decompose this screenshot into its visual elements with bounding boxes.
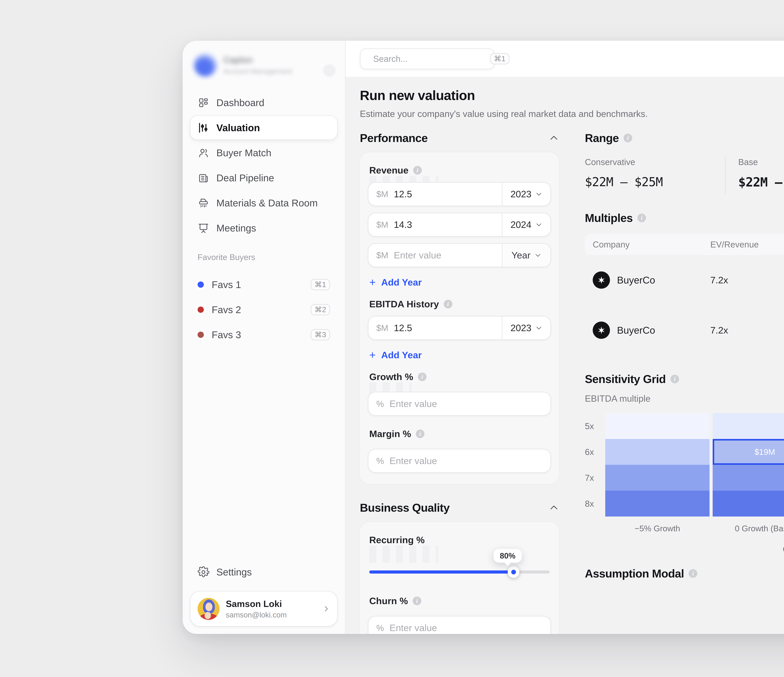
sidebar-item-valuation[interactable]: Valuation — [190, 116, 337, 140]
info-icon[interactable]: i — [418, 373, 426, 381]
heatmap-cell-5x-1[interactable] — [712, 413, 784, 439]
growth-label: Growth % — [369, 371, 413, 382]
heatmap-row-label: 8x — [585, 491, 605, 517]
info-icon[interactable]: i — [413, 596, 421, 605]
ebitda-row-2023: $M 2023 — [368, 316, 551, 340]
info-icon[interactable]: i — [413, 166, 422, 175]
margin-row: % — [368, 449, 551, 473]
dashboard-grid-icon — [198, 97, 209, 109]
churn-input[interactable] — [389, 623, 551, 633]
sidebar-item-meetings[interactable]: Meetings — [190, 216, 337, 240]
range-conservative: Conservative $22M – $25M — [585, 155, 725, 194]
company-name: Caplon — [224, 55, 292, 65]
heatmap-cell-8x-1[interactable] — [712, 491, 784, 517]
favorite-buyer-label: Favs 1 — [212, 279, 303, 290]
favs-1-dot-icon — [198, 281, 204, 288]
year-value: 2023 — [510, 189, 531, 199]
sidebar-item-label: Valuation — [216, 122, 260, 134]
user-profile-card[interactable]: Samson Loki samson@loki.com — [190, 592, 337, 626]
sensitivity-grid-section: Sensitivity Grid i EBITDA multiple 5x6x$… — [585, 373, 784, 554]
growth-input[interactable] — [389, 398, 551, 409]
inputs-column: Performance Revenue i $M — [360, 132, 559, 634]
company-logo — [194, 53, 217, 77]
revenue-2023-year-select[interactable]: 2023 — [502, 183, 551, 205]
info-icon[interactable]: i — [638, 214, 646, 222]
revenue-label-row: Revenue i — [369, 165, 549, 175]
year-value: Year — [512, 250, 530, 261]
revenue-2024-input[interactable] — [394, 219, 502, 230]
sidebar-item-buyer-match[interactable]: Buyer Match — [190, 141, 337, 165]
slider-knob[interactable]: 80% — [508, 566, 520, 578]
ebitda-add-year-button[interactable]: + Add Year — [369, 349, 549, 360]
sidebar-item-dashboard[interactable]: Dashboard — [190, 91, 337, 114]
buyerco-logo-icon — [593, 321, 610, 339]
performance-title: Performance — [360, 132, 428, 144]
page-title: Run new valuation — [360, 88, 648, 103]
results-column: Range i Conservative $22M – $25M Base $2… — [585, 132, 784, 634]
revenue-add-year-button[interactable]: + Add Year — [369, 277, 549, 288]
recurring-slider[interactable]: 80% — [369, 566, 549, 578]
revenue-2023-input[interactable] — [394, 189, 502, 199]
favs-1-shortcut: ⌘1 — [311, 279, 330, 290]
heatmap-cell-6x-0[interactable] — [605, 439, 709, 465]
sidebar-header: Caplon Account Management — [190, 52, 337, 86]
churn-row: % — [368, 616, 551, 634]
growth-row: % — [368, 391, 551, 416]
info-icon[interactable]: i — [416, 430, 425, 438]
revenue-new-input[interactable] — [394, 250, 502, 261]
chevron-right-icon — [322, 605, 330, 613]
heatmap-row-label: 7x — [585, 465, 605, 491]
selected-cell-value: $19M — [754, 447, 775, 457]
sidebar-item-materials-data-room[interactable]: Materials & Data Room — [190, 191, 337, 215]
multiples-row-1[interactable]: BuyerCo 7.2x 18.5x — [585, 255, 784, 305]
info-icon[interactable]: i — [670, 375, 679, 384]
x-axis-label: Growth delta — [585, 544, 784, 554]
business-quality-title: Business Quality — [360, 501, 450, 514]
ebitda-2023-input[interactable] — [394, 323, 502, 333]
page-subtitle: Estimate your company's value using real… — [360, 109, 648, 119]
chevron-up-icon[interactable] — [549, 503, 559, 513]
sensitivity-heatmap: 5x6x$19M7x8x — [585, 413, 784, 517]
info-icon[interactable]: i — [624, 134, 632, 142]
info-icon[interactable]: i — [444, 300, 453, 308]
search-box[interactable]: ⌘1 — [360, 48, 495, 70]
multiples-row-2[interactable]: BuyerCo 7.2x 7.2x — [585, 305, 784, 355]
multiples-section: Multiples i Company EV/Revenue EV/EBITDA — [585, 211, 784, 355]
favs-2-dot-icon — [198, 306, 204, 313]
sidebar-collapse-button[interactable] — [323, 64, 336, 77]
revenue-2024-year-select[interactable]: 2024 — [502, 213, 551, 236]
margin-input[interactable] — [389, 455, 551, 466]
ebitda-2023-year-select[interactable]: 2023 — [502, 317, 551, 339]
margin-label: Margin % — [369, 429, 411, 439]
favorite-buyer-favs-1[interactable]: Favs 1 ⌘1 — [190, 273, 337, 297]
churn-label-row: Churn % i — [369, 596, 549, 606]
user-avatar — [198, 598, 219, 620]
favorite-buyer-favs-2[interactable]: Favs 2 ⌘2 — [190, 298, 337, 321]
chevron-up-icon[interactable] — [549, 133, 559, 143]
sidebar-item-label: Meetings — [216, 222, 256, 234]
heatmap-cell-8x-0[interactable] — [605, 491, 709, 517]
add-year-label: Add Year — [381, 277, 422, 288]
heatmap-cell-5x-0[interactable] — [605, 413, 709, 439]
favorite-buyers-list: Favs 1 ⌘1 Favs 2 ⌘2 Favs 3 ⌘3 — [190, 273, 337, 346]
revenue-new-year-select[interactable]: Year — [502, 244, 551, 267]
sidebar-item-settings[interactable]: Settings — [190, 560, 337, 584]
multiples-title: Multiples — [585, 211, 633, 224]
info-icon[interactable]: i — [689, 569, 697, 578]
heatmap-cell-6x-1[interactable]: $19M — [712, 439, 784, 465]
favorite-buyer-favs-3[interactable]: Favs 3 ⌘3 — [190, 323, 337, 346]
y-axis-label: EBITDA multiple — [585, 393, 784, 404]
search-input[interactable] — [373, 54, 484, 64]
ebitda-label-row: EBITDA History i — [369, 299, 549, 309]
unit-prefix: $M — [369, 323, 394, 333]
heatmap-cell-7x-0[interactable] — [605, 465, 709, 491]
user-name: Samson Loki — [226, 599, 316, 609]
favorite-buyer-label: Favs 3 — [212, 329, 303, 340]
chevron-down-icon — [535, 191, 542, 197]
range-title: Range — [585, 132, 619, 144]
sidebar-item-deal-pipeline[interactable]: Deal Pipeline — [190, 166, 337, 189]
revenue-row-2024: $M 2024 — [368, 213, 551, 237]
multiples-table-header: Company EV/Revenue EV/EBITDA — [585, 234, 784, 255]
heatmap-cell-7x-1[interactable] — [712, 465, 784, 491]
sidebar-nav: Dashboard Valuation Buyer Match Deal Pip… — [190, 91, 337, 240]
